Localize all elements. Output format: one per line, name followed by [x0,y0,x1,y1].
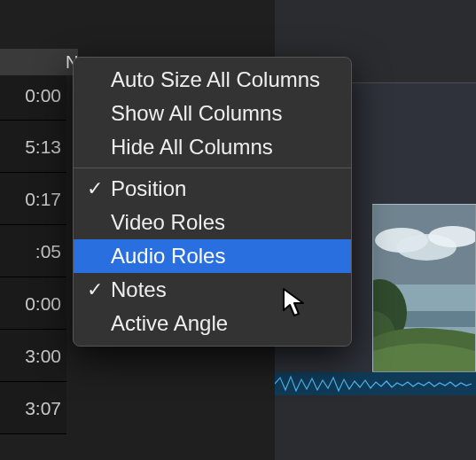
menu-item-label: Active Angle [111,311,228,335]
checkmark-icon: ✓ [84,273,105,307]
audio-waveform[interactable] [275,372,476,395]
menu-auto-size-all-columns[interactable]: Auto Size All Columns [74,63,351,97]
timecode-column: 0:00 5:13 0:17 :05 0:00 3:00 3:07 [0,75,66,434]
timecode-cell: 0:00 [0,277,66,330]
menu-position[interactable]: ✓ Position [74,172,351,206]
menu-hide-all-columns[interactable]: Hide All Columns [74,130,351,164]
checkmark-icon: ✓ [84,172,105,206]
menu-item-label: Video Roles [111,210,225,234]
menu-item-label: Notes [111,277,167,301]
menu-item-label: Auto Size All Columns [111,67,320,91]
clip-thumbnail[interactable] [372,204,476,372]
timecode-cell: 3:07 [0,382,66,434]
menu-separator [74,168,351,168]
column-header-bar[interactable] [0,49,66,75]
app-stage: N 0:00 5:13 0:17 :05 0:00 3:00 3:07 Auto… [0,0,476,460]
menu-audio-roles[interactable]: Audio Roles [74,239,351,273]
menu-item-label: Hide All Columns [111,135,273,159]
menu-item-label: Show All Columns [111,101,282,125]
menu-active-angle[interactable]: Active Angle [74,307,351,340]
menu-video-roles[interactable]: Video Roles [74,206,351,239]
timecode-cell: 0:17 [0,173,66,225]
timecode-cell: 3:00 [0,330,66,382]
timecode-cell: :05 [0,225,66,277]
svg-rect-8 [275,372,476,395]
menu-item-label: Position [111,176,186,200]
waveform-icon [275,372,476,395]
column-context-menu: Auto Size All Columns Show All Columns H… [73,57,352,347]
landscape-icon [373,205,475,371]
menu-notes[interactable]: ✓ Notes [74,273,351,307]
timecode-cell: 0:00 [0,75,66,121]
menu-item-label: Audio Roles [111,244,225,268]
menu-show-all-columns[interactable]: Show All Columns [74,97,351,130]
timecode-cell: 5:13 [0,121,66,173]
